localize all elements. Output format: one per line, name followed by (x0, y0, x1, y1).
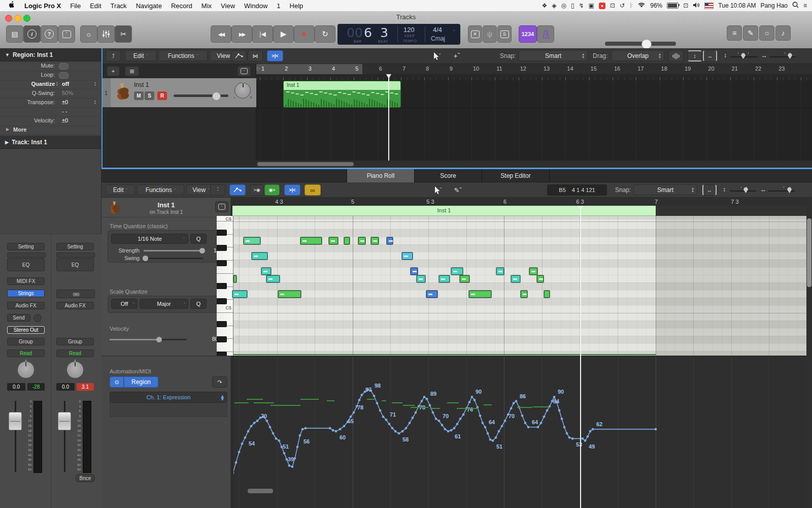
strip1-midi-fx-button[interactable]: MIDI FX (7, 277, 45, 285)
automation-point[interactable] (233, 472, 234, 474)
automation-point[interactable] (294, 457, 296, 460)
menu-item-view[interactable]: View (216, 2, 240, 10)
automation-point[interactable] (398, 432, 400, 435)
midi-note[interactable] (460, 275, 469, 282)
mixer-button[interactable] (97, 25, 115, 43)
automation-point[interactable] (329, 427, 331, 430)
smart-controls-button[interactable]: ☼ (80, 25, 97, 43)
lcd-key-signature[interactable]: Cmaj (431, 35, 445, 42)
tracks-playhead[interactable] (388, 74, 389, 161)
pr-menu-functions[interactable]: Functionsˇ (137, 184, 184, 195)
notification-center-icon[interactable]: ≡ (803, 2, 807, 9)
automation-point[interactable] (468, 401, 471, 403)
strip1-send-knob[interactable] (33, 314, 42, 322)
browsers-button[interactable]: ♪ (775, 25, 791, 41)
pr-automation-button[interactable] (229, 184, 246, 196)
link-button[interactable]: ∞ (304, 184, 321, 196)
automation-point[interactable] (510, 407, 513, 410)
pr-horizontal-auto-zoom-button[interactable]: ↔ (702, 184, 717, 196)
automation-point[interactable] (563, 426, 566, 428)
input-language-flag-icon[interactable] (704, 3, 714, 9)
go-to-beginning-button[interactable]: |◀ (252, 25, 273, 43)
automation-point[interactable] (527, 426, 530, 428)
menu-item-logic-pro-x[interactable]: Logic Pro X (20, 2, 65, 10)
midi-note[interactable] (521, 291, 527, 298)
midi-note[interactable] (417, 275, 425, 282)
horizontal-auto-zoom-button[interactable]: ↔ (703, 50, 717, 61)
strip2-pan-knob[interactable] (66, 361, 84, 378)
menu-item-file[interactable]: File (65, 2, 85, 10)
menu-item-record[interactable]: Record (166, 2, 197, 10)
menu-item-track[interactable]: Track (106, 2, 131, 10)
automation-point[interactable] (361, 394, 363, 396)
scale-quantize-apply-button[interactable]: Q (190, 299, 207, 309)
automation-point[interactable] (409, 422, 411, 424)
strip1-peak-display[interactable]: -28 (27, 383, 45, 391)
solo-button[interactable]: S (497, 25, 512, 43)
automation-point[interactable] (589, 430, 592, 433)
midi-note[interactable] (300, 237, 322, 244)
automation-point[interactable] (546, 409, 549, 412)
close-window-button[interactable] (5, 15, 12, 22)
pr-menu-edit[interactable]: Editˇ (106, 184, 135, 195)
midi-note[interactable] (402, 252, 413, 260)
automation-point[interactable] (391, 427, 394, 430)
time-quantize-apply-button[interactable]: Q (190, 234, 207, 244)
tracks-ruler-ticks[interactable] (256, 74, 812, 80)
automation-point[interactable] (412, 417, 414, 419)
automation-point[interactable] (498, 430, 500, 433)
more-label[interactable]: More (13, 126, 26, 133)
menu-item-edit[interactable]: Edit (85, 2, 106, 10)
midi-note[interactable] (496, 268, 504, 275)
automation-point[interactable] (444, 428, 447, 431)
automation-curve[interactable]: 5470513956606578979871587889706176906451… (233, 356, 812, 508)
automation-point[interactable] (247, 430, 250, 433)
automation-point[interactable] (537, 426, 539, 428)
automation-point[interactable] (283, 452, 286, 455)
library-button[interactable]: ▤ (6, 25, 23, 43)
spotlight-search-icon[interactable] (792, 2, 799, 10)
lcd-tempo-value[interactable]: 120 (403, 26, 415, 34)
lcd-display[interactable]: 00 6 3 BAR BEAT 120 KEEP TEMPO 4/4 Cmaj … (337, 24, 460, 45)
automation-point[interactable] (447, 430, 450, 433)
lcd-bar-value[interactable]: 6 (364, 25, 372, 40)
automation-point[interactable] (521, 415, 524, 417)
strip1-read-button[interactable]: Read (7, 350, 45, 357)
airplay-display-icon[interactable]: ⊡ (610, 2, 615, 9)
automation-point[interactable] (388, 423, 391, 425)
automation-point[interactable] (473, 399, 476, 401)
menubar-clock[interactable]: Tue 10:08 AM (718, 2, 756, 9)
automation-point[interactable] (456, 423, 459, 425)
stepper-icon[interactable]: ▴ ▾ (56, 81, 58, 86)
automation-point[interactable] (489, 438, 492, 441)
strip2-audio-fx-button[interactable]: Audio FX (56, 302, 94, 309)
pr-header-options-button[interactable]: ˇ (215, 201, 228, 212)
automation-point[interactable] (487, 432, 489, 435)
tracks-automation-button[interactable] (231, 50, 247, 61)
bluetooth-icon[interactable]: ᛒ (629, 2, 633, 9)
track-volume-slider[interactable] (174, 94, 228, 97)
automation-point[interactable] (241, 442, 244, 445)
collapse-view-button[interactable]: ˇˆ (210, 184, 225, 196)
automation-point[interactable] (394, 430, 397, 433)
midi-note[interactable] (252, 252, 267, 260)
record-button[interactable]: ● (294, 25, 315, 43)
display-icon[interactable]: ⊡ (683, 2, 688, 9)
automation-point[interactable] (343, 425, 346, 427)
tracks-pencil-tool[interactable]: +ˇ (448, 50, 466, 61)
pr-h-scroll-thumb[interactable] (248, 489, 273, 493)
scale-root-select[interactable]: Offˇ (111, 299, 138, 309)
automation-point[interactable] (272, 432, 275, 435)
automation-parameter-select[interactable]: Ch. 1: Expression▴▾ (110, 392, 227, 403)
black-key[interactable] (217, 336, 227, 342)
menu-item-1[interactable]: 1 (272, 2, 285, 10)
midi-note[interactable] (344, 237, 350, 244)
strip2-eq-thumbnail[interactable] (56, 252, 95, 258)
automation-point[interactable] (256, 420, 259, 422)
automation-point[interactable] (453, 427, 456, 430)
automation-point[interactable] (423, 396, 426, 398)
automation-point[interactable] (291, 465, 294, 468)
midi-note[interactable] (244, 237, 260, 244)
strip1-stereo-out-button[interactable]: Stereo Out (7, 326, 45, 334)
menubar-user[interactable]: Pang Hao (761, 2, 788, 9)
